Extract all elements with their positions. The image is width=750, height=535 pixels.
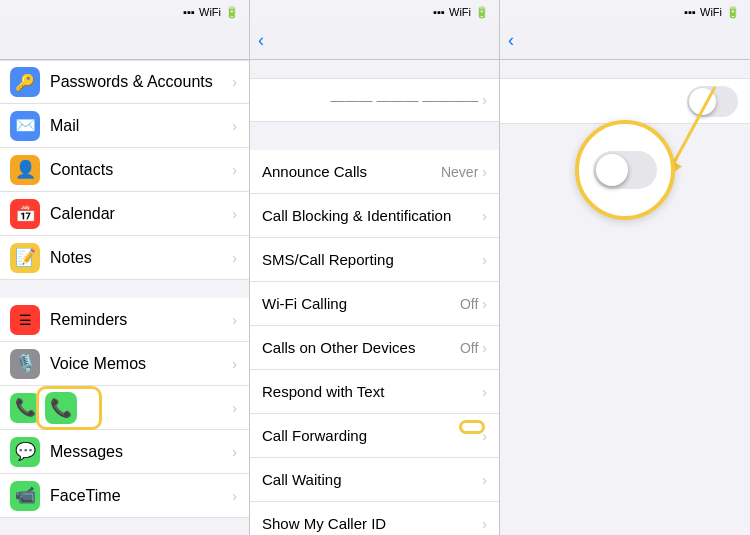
phone-status-bar: ▪▪▪ WiFi 🔋	[250, 0, 499, 22]
cf-toggle-row	[500, 79, 750, 123]
cf-toggle-knob	[689, 88, 716, 115]
phone-back-button[interactable]: ‹	[258, 32, 266, 49]
sidebar-item-voice-memos[interactable]: 🎙️ Voice Memos ›	[0, 342, 249, 386]
call-waiting-chevron: ›	[482, 472, 487, 488]
my-number-chevron: ›	[482, 92, 487, 108]
sidebar-item-phone[interactable]: 📞 Phone › 📞	[0, 386, 249, 430]
voice-memos-icon: 🎙️	[10, 349, 40, 379]
magnified-knob	[596, 154, 628, 186]
magnified-toggle-area	[575, 120, 675, 220]
show-caller-id-chevron: ›	[482, 516, 487, 532]
phone-gap-calls	[250, 122, 499, 140]
call-forwarding-row[interactable]: Call Forwarding ›	[250, 414, 499, 458]
phone-status-icons: ▪▪▪ WiFi 🔋	[433, 6, 489, 19]
sms-reporting-row[interactable]: SMS/Call Reporting ›	[250, 238, 499, 282]
magnified-toggle	[593, 151, 657, 189]
notes-chevron: ›	[232, 250, 237, 266]
show-caller-id-label: Show My Caller ID	[262, 515, 482, 532]
announce-calls-chevron: ›	[482, 164, 487, 180]
calendar-chevron: ›	[232, 206, 237, 222]
phone-chevron: ›	[232, 400, 237, 416]
cf-nav-bar: ‹	[500, 22, 750, 60]
mail-icon: ✉️	[10, 111, 40, 141]
cf-signal-icon: ▪▪▪	[684, 6, 696, 18]
sms-reporting-chevron: ›	[482, 252, 487, 268]
calls-other-devices-label: Calls on Other Devices	[262, 339, 460, 356]
phone-panel: ▪▪▪ WiFi 🔋 ‹ ——— ——— ———— › Announce Cal…	[250, 0, 500, 535]
respond-with-text-row[interactable]: Respond with Text ›	[250, 370, 499, 414]
sidebar-item-mail[interactable]: ✉️ Mail ›	[0, 104, 249, 148]
reminders-label: Reminders	[50, 311, 232, 329]
cf-back-button[interactable]: ‹	[508, 32, 516, 49]
passwords-icon: 🔑	[10, 67, 40, 97]
sms-reporting-label: SMS/Call Reporting	[262, 251, 482, 268]
show-caller-id-row[interactable]: Show My Caller ID ›	[250, 502, 499, 535]
mail-label: Mail	[50, 117, 232, 135]
calls-other-devices-row[interactable]: Calls on Other Devices Off ›	[250, 326, 499, 370]
mail-chevron: ›	[232, 118, 237, 134]
wifi-calling-value: Off	[460, 296, 478, 312]
battery-icon: 🔋	[225, 6, 239, 19]
phone-back-arrow: ‹	[258, 31, 264, 49]
settings-gap-1	[0, 280, 249, 298]
calls-other-devices-value: Off	[460, 340, 478, 356]
call-forwarding-label: Call Forwarding	[262, 427, 482, 444]
announce-calls-value: Never	[441, 164, 478, 180]
my-number-row[interactable]: ——— ——— ———— ›	[250, 78, 499, 122]
phone-highlight-icon: 📞	[45, 392, 77, 424]
settings-nav-bar	[0, 22, 249, 60]
call-blocking-chevron: ›	[482, 208, 487, 224]
settings-gap-2	[0, 518, 249, 535]
settings-list: 🔑 Passwords & Accounts › ✉️ Mail › 👤 Con…	[0, 60, 249, 535]
messages-label: Messages	[50, 443, 232, 461]
call-forwarding-panel: ▪▪▪ WiFi 🔋 ‹	[500, 0, 750, 535]
calendar-icon: 📅	[10, 199, 40, 229]
cf-toggle-section	[500, 78, 750, 124]
phone-battery-icon: 🔋	[475, 6, 489, 19]
call-waiting-row[interactable]: Call Waiting ›	[250, 458, 499, 502]
contacts-label: Contacts	[50, 161, 232, 179]
phone-highlight: 📞	[36, 386, 102, 430]
cf-toggle-switch[interactable]	[687, 86, 738, 117]
messages-icon: 💬	[10, 437, 40, 467]
wifi-calling-label: Wi-Fi Calling	[262, 295, 460, 312]
cf-status-icons: ▪▪▪ WiFi 🔋	[684, 6, 740, 19]
sidebar-item-passwords[interactable]: 🔑 Passwords & Accounts ›	[0, 60, 249, 104]
cf-status-bar: ▪▪▪ WiFi 🔋	[500, 0, 750, 22]
sidebar-item-messages[interactable]: 💬 Messages ›	[0, 430, 249, 474]
sidebar-item-calendar[interactable]: 📅 Calendar ›	[0, 192, 249, 236]
calls-other-devices-chevron: ›	[482, 340, 487, 356]
phone-wifi-icon: WiFi	[449, 6, 471, 18]
call-forwarding-highlight	[459, 420, 485, 434]
cf-back-arrow: ‹	[508, 31, 514, 49]
notes-icon: 📝	[10, 243, 40, 273]
wifi-calling-row[interactable]: Wi-Fi Calling Off ›	[250, 282, 499, 326]
contacts-icon: 👤	[10, 155, 40, 185]
call-blocking-label: Call Blocking & Identification	[262, 207, 482, 224]
phone-signal-icon: ▪▪▪	[433, 6, 445, 18]
sidebar-item-facetime[interactable]: 📹 FaceTime ›	[0, 474, 249, 518]
call-blocking-row[interactable]: Call Blocking & Identification ›	[250, 194, 499, 238]
phone-settings-list: ——— ——— ———— › Announce Calls Never › Ca…	[250, 60, 499, 535]
phone-gap-top	[250, 60, 499, 78]
passwords-chevron: ›	[232, 74, 237, 90]
cf-wifi-icon: WiFi	[700, 6, 722, 18]
contacts-chevron: ›	[232, 162, 237, 178]
messages-chevron: ›	[232, 444, 237, 460]
my-number-value: ——— ——— ————	[331, 92, 479, 108]
facetime-chevron: ›	[232, 488, 237, 504]
reminders-icon: ☰	[10, 305, 40, 335]
wifi-icon: WiFi	[199, 6, 221, 18]
facetime-label: FaceTime	[50, 487, 232, 505]
reminders-chevron: ›	[232, 312, 237, 328]
respond-with-text-chevron: ›	[482, 384, 487, 400]
notes-label: Notes	[50, 249, 232, 267]
passwords-label: Passwords & Accounts	[50, 73, 232, 91]
respond-with-text-label: Respond with Text	[262, 383, 482, 400]
calendar-label: Calendar	[50, 205, 232, 223]
settings-panel: ▪▪▪ WiFi 🔋 🔑 Passwords & Accounts › ✉️ M…	[0, 0, 250, 535]
sidebar-item-contacts[interactable]: 👤 Contacts ›	[0, 148, 249, 192]
announce-calls-row[interactable]: Announce Calls Never ›	[250, 150, 499, 194]
sidebar-item-notes[interactable]: 📝 Notes ›	[0, 236, 249, 280]
sidebar-item-reminders[interactable]: ☰ Reminders ›	[0, 298, 249, 342]
